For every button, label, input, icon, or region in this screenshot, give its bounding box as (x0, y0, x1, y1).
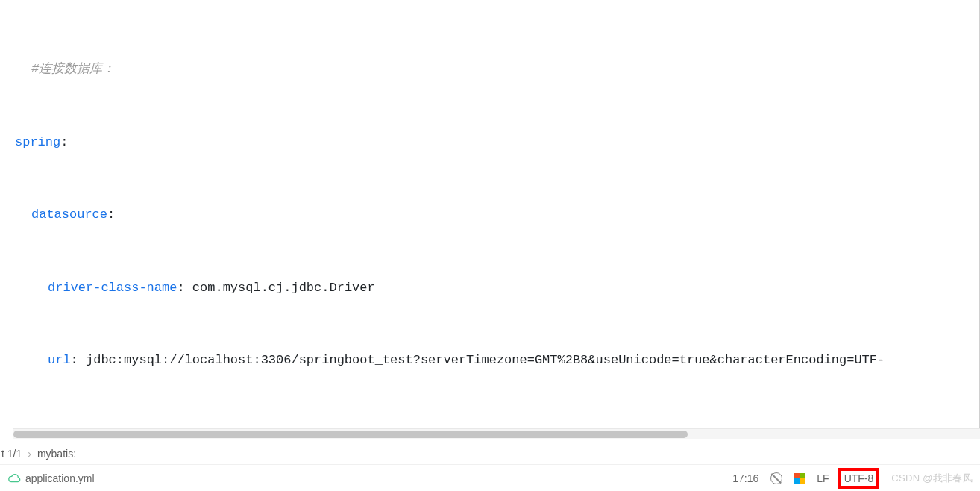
no-problems-icon[interactable] (770, 472, 782, 484)
cloud-icon[interactable] (7, 473, 21, 484)
yaml-key: url (48, 353, 71, 367)
yaml-key: spring (15, 135, 60, 149)
code-content[interactable]: #连接数据库： spring: datasource: driver-class… (0, 0, 979, 439)
filename-label[interactable]: application.yml (25, 472, 95, 484)
watermark-text: CSDN @我非春风 (891, 472, 973, 485)
chevron-right-icon: › (28, 448, 31, 460)
encoding-label[interactable]: UTF-8 (844, 472, 874, 484)
yaml-key: datasource (31, 207, 107, 222)
highlight-box: UTF-8 (838, 468, 880, 489)
scrollbar-thumb[interactable] (13, 431, 688, 438)
breadcrumb: t 1/1 › mybatis: (0, 442, 980, 464)
comment-text: #连接数据库： (31, 62, 115, 76)
colon: : (71, 353, 78, 367)
colon: : (177, 281, 184, 295)
yaml-value: com.mysql.cj.jdbc.Driver (192, 281, 375, 295)
windows-icon[interactable] (794, 473, 805, 484)
status-left: application.yml (7, 472, 95, 484)
colon: : (107, 207, 115, 222)
status-right: 17:16 LF UTF-8 CSDN @我非春风 (732, 468, 973, 489)
line-separator[interactable]: LF (817, 472, 829, 484)
code-editor[interactable]: #连接数据库： spring: datasource: driver-class… (0, 0, 980, 439)
colon: : (60, 135, 68, 149)
yaml-key: driver-class-name (48, 281, 177, 295)
breadcrumb-item[interactable]: t 1/1 (1, 448, 22, 460)
horizontal-scrollbar[interactable] (13, 428, 980, 439)
cursor-position[interactable]: 17:16 (732, 472, 758, 484)
breadcrumb-item[interactable]: mybatis: (37, 448, 76, 460)
status-bar: application.yml 17:16 LF UTF-8 CSDN @我非春… (0, 464, 980, 491)
yaml-value: jdbc:mysql://localhost:3306/springboot_t… (86, 353, 885, 367)
